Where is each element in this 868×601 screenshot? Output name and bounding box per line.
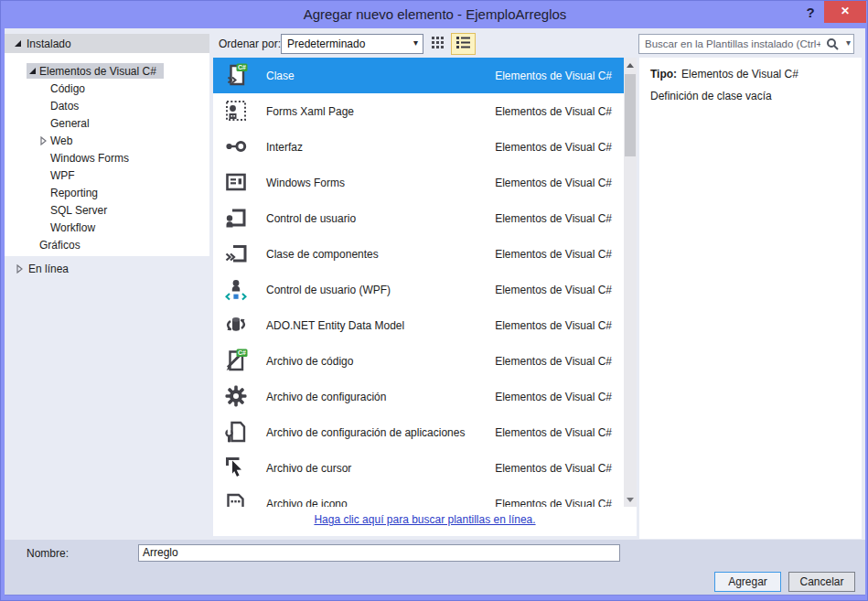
template-name: Interfaz <box>266 141 303 154</box>
template-category: Elementos de Visual C# <box>495 462 612 475</box>
sidebar-item[interactable]: Reporting <box>5 184 209 201</box>
list-item[interactable]: Archivo de iconoElementos de Visual C# <box>213 486 624 507</box>
scrollbar[interactable] <box>624 58 637 507</box>
template-category: Elementos de Visual C# <box>495 319 612 332</box>
sidebar-item-label: WPF <box>48 169 75 182</box>
template-description: Definición de clase vacía <box>650 90 851 102</box>
wpf-user-control-icon <box>224 277 248 301</box>
template-list: C#ClaseElementos de Visual C#Forms Xaml … <box>213 58 624 507</box>
list-item[interactable]: Windows FormsElementos de Visual C# <box>213 165 624 200</box>
interface-icon <box>224 134 248 158</box>
add-button[interactable]: Agregar <box>714 572 781 592</box>
code-file-icon: C# <box>224 349 248 372</box>
template-name: Archivo de configuración <box>266 391 386 403</box>
template-category: Elementos de Visual C# <box>495 141 612 154</box>
sidebar-item[interactable]: Workflow <box>5 219 209 236</box>
list-view-button[interactable] <box>451 33 476 55</box>
small-icons-view-button[interactable] <box>427 35 447 53</box>
sidebar-item[interactable]: Windows Forms <box>5 149 209 166</box>
sidebar-item[interactable]: Elementos de Visual C# <box>5 62 209 80</box>
type-label: Tipo: <box>650 68 677 80</box>
titlebar[interactable]: Agregar nuevo elemento - EjemploArreglos… <box>1 1 868 28</box>
sort-dropdown[interactable]: Predeterminado ▾ <box>281 34 423 54</box>
sidebar-item-label: Windows Forms <box>48 152 129 165</box>
list-item[interactable]: Archivo de configuraciónElementos de Vis… <box>213 379 624 414</box>
list-item[interactable]: Archivo de configuración de aplicaciones… <box>213 414 624 450</box>
template-name: Clase <box>266 70 295 82</box>
sidebar-item[interactable]: Código <box>5 80 209 97</box>
close-button[interactable]: ✕ <box>824 1 866 23</box>
chevron-down-icon: ▾ <box>413 38 418 48</box>
close-icon: ✕ <box>841 5 850 17</box>
search-box[interactable]: Buscar en la Plantillas instalado (Ctrl+… <box>638 34 854 54</box>
template-category: Elementos de Visual C# <box>495 105 612 118</box>
template-name: Windows Forms <box>266 177 345 189</box>
template-category: Elementos de Visual C# <box>495 212 612 225</box>
config-file-icon <box>224 384 248 408</box>
sidebar-item[interactable]: Gráficos <box>5 236 209 253</box>
name-label: Nombre: <box>27 547 69 560</box>
template-name: Archivo de cursor <box>266 462 351 475</box>
footer-bar: Nombre: Arreglo Agregar Cancelar <box>5 540 865 596</box>
help-icon[interactable]: ? <box>798 1 822 25</box>
sidebar-item[interactable]: General <box>5 114 209 132</box>
sidebar-item[interactable]: Datos <box>5 97 209 114</box>
sidebar-item[interactable]: WPF <box>5 166 209 184</box>
sort-by-label: Ordenar por: <box>219 34 281 54</box>
scroll-down-icon[interactable] <box>624 492 637 507</box>
list-item[interactable]: Clase de componentesElementos de Visual … <box>213 236 624 272</box>
user-control-icon <box>224 206 248 230</box>
expanded-arrow-icon <box>12 39 23 48</box>
search-dropdown-icon[interactable]: ▾ <box>846 38 851 48</box>
list-item[interactable]: InterfazElementos de Visual C# <box>213 129 624 165</box>
collapsed-arrow-icon[interactable] <box>38 136 48 145</box>
template-name: Archivo de icono <box>266 498 348 508</box>
list-item[interactable]: Archivo de cursorElementos de Visual C# <box>213 450 624 486</box>
expanded-arrow-icon[interactable] <box>27 67 38 75</box>
dialog-body: Instalado Elementos de Visual C#CódigoDa… <box>5 28 865 596</box>
sidebar-item-label: Elementos de Visual C# <box>38 65 156 78</box>
list-item[interactable]: Control de usuario (WPF)Elementos de Vis… <box>213 272 624 307</box>
list-item[interactable]: C#Archivo de códigoElementos de Visual C… <box>213 343 624 379</box>
template-category: Elementos de Visual C# <box>495 284 612 296</box>
cancel-button[interactable]: Cancelar <box>788 572 855 592</box>
cursor-file-icon <box>224 456 248 479</box>
sidebar-item-installed[interactable]: Instalado <box>5 34 209 53</box>
type-value: Elementos de Visual C# <box>681 68 798 80</box>
template-info-panel: Tipo:Elementos de Visual C# Definición d… <box>639 58 862 539</box>
list-item[interactable]: C#ClaseElementos de Visual C# <box>213 58 624 93</box>
template-name: Forms Xaml Page <box>266 105 354 118</box>
template-name: Archivo de código <box>266 355 353 368</box>
template-category: Elementos de Visual C# <box>495 248 612 261</box>
category-tree: Elementos de Visual C#CódigoDatosGeneral… <box>5 53 209 256</box>
template-category: Elementos de Visual C# <box>495 355 612 368</box>
template-name: Control de usuario (WPF) <box>266 284 391 296</box>
list-item[interactable]: Forms Xaml PageElementos de Visual C# <box>213 93 624 129</box>
svg-text:C#: C# <box>238 349 246 356</box>
search-placeholder: Buscar en la Plantillas instalado (Ctrl+… <box>645 35 820 53</box>
list-view-icon <box>456 36 470 52</box>
grid-view-icon <box>432 36 444 52</box>
list-item[interactable]: Control de usuarioElementos de Visual C# <box>213 200 624 236</box>
sidebar-online-label: En línea <box>28 263 69 275</box>
sidebar-item-label: SQL Server <box>48 204 107 217</box>
template-name: Archivo de configuración de aplicaciones <box>266 426 465 439</box>
sidebar-item[interactable]: Web <box>5 132 209 149</box>
sidebar-item-label: Código <box>48 82 85 95</box>
list-item[interactable]: ADO.NET Entity Data ModelElementos de Vi… <box>213 307 624 343</box>
template-name: Control de usuario <box>266 212 356 225</box>
sidebar-item[interactable]: SQL Server <box>5 201 209 219</box>
sidebar-item-label: General <box>48 117 90 130</box>
online-templates-link[interactable]: Haga clic aquí para buscar plantillas en… <box>314 513 535 536</box>
template-list-panel: C#ClaseElementos de Visual C#Forms Xaml … <box>213 58 637 536</box>
scroll-up-icon[interactable] <box>624 58 637 72</box>
sidebar-item-label: Gráficos <box>38 239 80 252</box>
icon-file-icon <box>224 491 248 507</box>
search-icon <box>826 38 839 54</box>
sidebar-item-label: Reporting <box>48 187 98 199</box>
class-file-icon: C# <box>224 63 248 87</box>
scrollbar-thumb[interactable] <box>625 74 636 156</box>
sidebar-item-online[interactable]: En línea <box>5 260 209 278</box>
name-input[interactable]: Arreglo <box>138 544 620 562</box>
add-new-item-dialog: Agregar nuevo elemento - EjemploArreglos… <box>0 0 868 601</box>
